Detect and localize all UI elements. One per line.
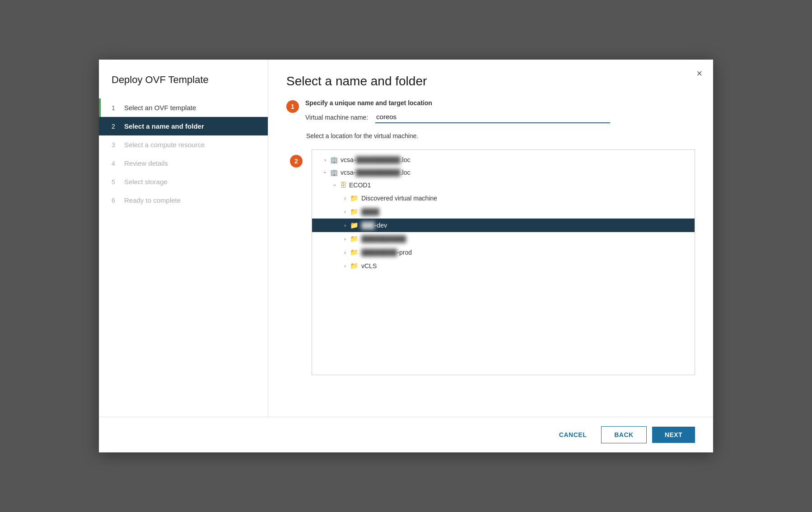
vcenter-icon2: 🏢	[330, 169, 338, 176]
step-name-section: 1 Specify a unique name and target locat…	[286, 99, 695, 123]
tree-node-ecod1[interactable]: › 🗄 ECOD1	[312, 179, 695, 191]
chevron-icon-vcls: ›	[342, 263, 348, 269]
tree-node-folder4[interactable]: › 📁 ████████-prod	[312, 246, 695, 259]
deploy-ovf-dialog: Deploy OVF Template 1 Select an OVF temp…	[99, 60, 713, 452]
vm-name-label: Virtual machine name:	[305, 114, 368, 121]
step4-label: Review details	[124, 159, 168, 167]
step6-label: Ready to complete	[124, 196, 181, 204]
sidebar-item-step2[interactable]: 2 Select a name and folder	[99, 117, 268, 135]
vcls-label: vCLS	[361, 262, 377, 270]
location-section: Select a location for the virtual machin…	[286, 132, 695, 145]
folder1-label: ████	[361, 208, 379, 215]
step3-label: Select a compute resource	[124, 141, 205, 149]
discovered-label: Discovered virtual machine	[361, 195, 437, 202]
folder-icon-vcls: 📁	[350, 262, 359, 270]
dialog-footer: CANCEL BACK NEXT	[99, 417, 713, 452]
chevron-icon-dev: ›	[342, 223, 348, 228]
step2-num: 2	[112, 123, 120, 130]
tree-node-vcsa2[interactable]: › 🏢 vcsa-██████████.loc	[312, 166, 695, 179]
step1-label: Select an OVF template	[124, 104, 196, 112]
step1-description: Specify a unique name and target locatio…	[305, 99, 695, 107]
vcsa2-label: vcsa-██████████.loc	[341, 169, 410, 176]
step2-badge: 2	[290, 155, 303, 168]
sidebar-item-step5: 5 Select storage	[99, 172, 268, 191]
sidebar: Deploy OVF Template 1 Select an OVF temp…	[99, 60, 268, 417]
step2-badge-area: 2	[286, 149, 312, 168]
sidebar-title: Deploy OVF Template	[99, 74, 268, 98]
main-content: Select a name and folder 1 Specify a uni…	[268, 60, 713, 417]
vcsa1-label: vcsa-██████████.loc	[341, 156, 410, 163]
tree-container[interactable]: › 🏢 vcsa-██████████.loc › 🏢 vcsa-███████…	[312, 149, 695, 375]
step5-num: 5	[112, 178, 120, 186]
back-button[interactable]: BACK	[601, 426, 646, 443]
tree-node-vcsa1[interactable]: › 🏢 vcsa-██████████.loc	[312, 154, 695, 166]
vm-name-row: Virtual machine name:	[305, 111, 695, 123]
close-button[interactable]: ×	[696, 69, 702, 79]
tree-node-folder3[interactable]: › 📁 ██████████	[312, 232, 695, 246]
chevron-down-icon: ›	[322, 169, 328, 176]
folder-icon4: 📁	[350, 248, 359, 256]
vm-name-input[interactable]	[375, 111, 610, 123]
tree-node-discovered[interactable]: › 📁 Discovered virtual machine	[312, 191, 695, 205]
step3-num: 3	[112, 141, 120, 149]
folder-icon3: 📁	[350, 235, 359, 243]
step1-content: Specify a unique name and target locatio…	[305, 99, 695, 123]
step1-num: 1	[112, 104, 120, 112]
sidebar-item-step6: 6 Ready to complete	[99, 191, 268, 209]
folder-icon-discovered: 📁	[350, 194, 359, 202]
tree-node-folder1[interactable]: › 📁 ████	[312, 205, 695, 219]
folder3-label: ██████████	[361, 235, 406, 242]
sidebar-item-step1[interactable]: 1 Select an OVF template	[99, 98, 268, 117]
ecod1-label: ECOD1	[349, 182, 371, 189]
chevron-icon-folder3: ›	[342, 236, 348, 242]
cancel-button[interactable]: CANCEL	[550, 427, 596, 443]
location-label: Select a location for the virtual machin…	[306, 132, 695, 140]
step1-badge: 1	[286, 100, 299, 113]
step2-label: Select a name and folder	[124, 122, 204, 130]
vcenter-icon: 🏢	[330, 156, 338, 163]
chevron-icon-folder1: ›	[342, 209, 348, 214]
dialog-body: Deploy OVF Template 1 Select an OVF temp…	[99, 60, 713, 417]
datacenter-icon: 🗄	[340, 182, 346, 189]
step5-label: Select storage	[124, 178, 168, 186]
main-title: Select a name and folder	[286, 74, 695, 88]
step4-num: 4	[112, 160, 120, 167]
tree-node-vcls[interactable]: › 📁 vCLS	[312, 259, 695, 273]
chevron-icon: ›	[322, 157, 328, 163]
folder-icon1: 📁	[350, 208, 359, 216]
folder-icon-dev: 📁	[350, 221, 359, 229]
tree-node-dev[interactable]: › 📁 ███-dev	[312, 219, 695, 232]
step6-num: 6	[112, 197, 120, 204]
chevron-icon-discovered: ›	[342, 195, 348, 201]
tree-section: 2 › 🏢 vcsa-██████████.loc › 🏢 vcsa-█████…	[286, 149, 695, 402]
chevron-down-icon-ecod: ›	[332, 182, 338, 188]
chevron-icon-folder4: ›	[342, 250, 348, 255]
folder4-label: ████████-prod	[361, 249, 412, 256]
sidebar-item-step4: 4 Review details	[99, 154, 268, 172]
next-button[interactable]: NEXT	[652, 427, 695, 443]
dev-label: ███-dev	[361, 222, 387, 229]
sidebar-item-step3: 3 Select a compute resource	[99, 135, 268, 154]
